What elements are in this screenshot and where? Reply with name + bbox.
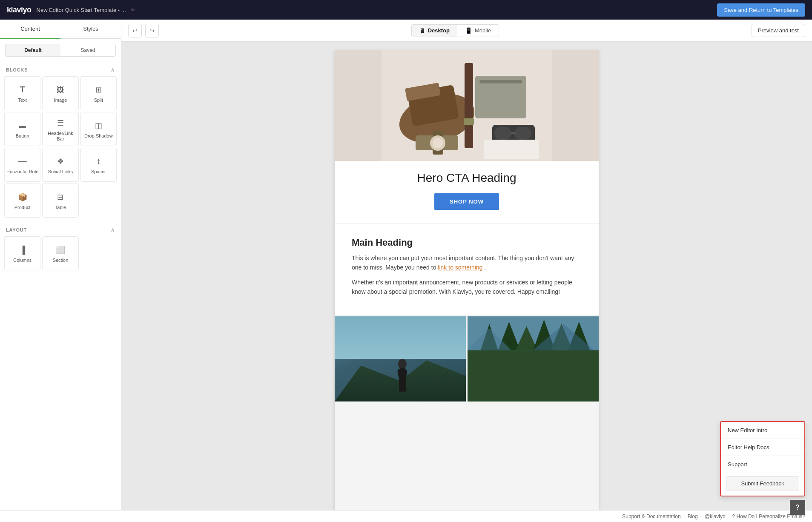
svg-rect-21 [399,382,402,392]
footer-klaviyo-social[interactable]: @klaviyo [705,513,726,519]
split-icon [95,84,102,95]
help-item-support[interactable]: Support [721,456,804,473]
link-to-something[interactable]: link to something [438,264,482,271]
hero-heading: Hero CTA Heading [335,171,599,185]
toolbar-left: ↩ ↪ [128,24,159,37]
canvas-toolbar: ↩ ↪ Desktop Mobile Preview and test [121,20,812,42]
drop-shadow-icon [95,120,102,131]
layout-section-header[interactable]: LAYOUT ∧ [0,222,121,236]
block-social-links[interactable]: Social Links [42,148,78,182]
columns-icon [20,244,25,255]
image-grid-section [335,316,599,402]
mobile-label: Mobile [475,27,491,34]
main-heading: Main Heading [352,237,582,248]
main-area: ↩ ↪ Desktop Mobile Preview and test [121,20,812,522]
spacer-icon [96,155,100,166]
block-image[interactable]: Image [42,76,78,110]
svg-point-9 [433,138,443,148]
layout-label: LAYOUT [6,227,27,232]
template-title: New Editor Quick Start Template - ... [37,7,126,13]
block-button[interactable]: Button [4,112,40,146]
block-horizontal-rule-label: Horizontal Rule [6,169,38,175]
hero-image [335,50,599,161]
nav-left: klaviyo New Editor Quick Start Template … [7,6,135,14]
block-columns[interactable]: Columns [4,236,40,270]
undo-button[interactable]: ↩ [128,24,142,37]
tab-styles[interactable]: Styles [60,20,121,38]
tab-content[interactable]: Content [0,20,60,38]
block-button-label: Button [16,133,29,139]
product-icon [18,191,27,202]
sidebar-tabs: Content Styles [0,20,121,39]
mobile-view-button[interactable]: Mobile [457,25,499,37]
mobile-icon [465,27,472,34]
email-canvas: Hero CTA Heading SHOP NOW Main Heading T… [335,50,599,513]
sidebar: Content Styles Default Saved BLOCKS ∧ Te… [0,20,121,522]
header-link-bar-icon [57,117,64,128]
save-return-button[interactable]: Save and Return to Templates [717,3,805,17]
block-section-label: Section [53,258,69,263]
canvas-scroll[interactable]: Hero CTA Heading SHOP NOW Main Heading T… [121,42,812,522]
block-section[interactable]: Section [42,236,78,270]
help-fab-button[interactable]: ? [790,500,805,515]
toggle-default[interactable]: Default [6,44,60,56]
svg-rect-24 [468,350,599,402]
svg-rect-12 [514,127,531,140]
desktop-label: Desktop [428,27,450,34]
block-table[interactable]: Table [42,184,78,218]
block-text[interactable]: Text [4,76,40,110]
blocks-label: BLOCKS [6,67,28,72]
toggle-saved[interactable]: Saved [60,44,115,56]
svg-rect-16 [464,118,474,125]
shop-now-button[interactable]: SHOP NOW [434,193,499,210]
block-spacer[interactable]: Spacer [80,148,117,182]
block-drop-shadow-label: Drop Shadow [84,133,113,139]
table-icon [57,191,63,202]
block-product-label: Product [14,205,31,210]
svg-rect-13 [511,132,516,134]
block-table-label: Table [55,205,66,210]
blocks-chevron-icon: ∧ [111,67,115,73]
footer-support-docs[interactable]: Support & Documentation [622,513,680,519]
svg-rect-11 [494,127,511,140]
preview-test-button[interactable]: Preview and test [752,24,805,37]
top-nav: klaviyo New Editor Quick Start Template … [0,0,812,20]
submit-feedback-button[interactable]: Submit Feedback [726,476,799,490]
sky-left [335,316,466,359]
desktop-view-button[interactable]: Desktop [412,25,457,37]
hero-section: Hero CTA Heading SHOP NOW [335,50,599,223]
person-silhouette [394,359,411,393]
section-icon [56,244,65,255]
block-split-label: Split [94,98,103,103]
page-footer: Support & Documentation Blog @klaviyo ? … [0,510,812,522]
block-header-link-bar[interactable]: Header/Link Bar [42,112,78,146]
content-toggle: Default Saved [5,44,116,57]
svg-rect-5 [479,80,522,83]
block-header-link-bar-label: Header/Link Bar [44,131,76,142]
svg-rect-15 [465,63,473,148]
block-image-label: Image [54,98,67,103]
redo-button[interactable]: ↪ [145,24,159,37]
help-item-new-editor-intro[interactable]: New Editor Intro [721,422,804,439]
block-horizontal-rule[interactable]: Horizontal Rule [4,148,40,182]
button-icon [19,120,26,131]
main-text-1: This is where you can put your most impo… [352,253,582,272]
hero-svg [382,50,552,161]
block-text-label: Text [18,98,27,103]
block-drop-shadow[interactable]: Drop Shadow [80,112,117,146]
help-popup: New Editor Intro Editor Help Docs Suppor… [720,421,805,496]
text-icon [20,84,25,95]
layout-grid: Columns Section [0,236,121,275]
horizontal-rule-icon [18,155,27,166]
footer-blog[interactable]: Blog [688,513,698,519]
forest-svg [468,316,599,402]
block-split[interactable]: Split [80,76,117,110]
view-toggle: Desktop Mobile [411,24,499,37]
blocks-section-header[interactable]: BLOCKS ∧ [0,62,121,76]
svg-point-17 [398,359,407,369]
help-item-editor-help-docs[interactable]: Editor Help Docs [721,439,804,456]
edit-icon[interactable]: ✏ [131,7,135,13]
image-mountain-left [335,316,466,402]
block-product[interactable]: Product [4,184,40,218]
desktop-icon [419,27,425,34]
